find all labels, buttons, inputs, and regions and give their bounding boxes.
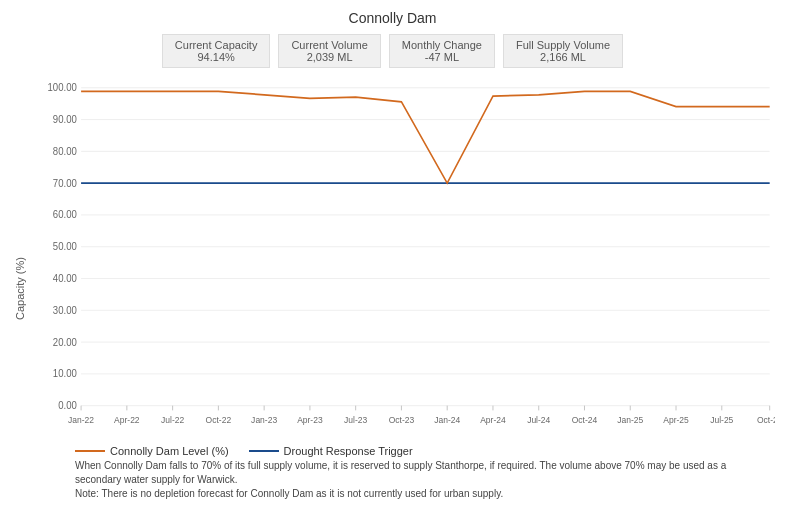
legend-dam-line: [75, 450, 105, 452]
stat-value-1: 2,039 ML: [291, 51, 367, 63]
note-text: When Connolly Dam falls to 70% of its fu…: [30, 459, 775, 501]
svg-text:Jan-23: Jan-23: [251, 415, 277, 425]
stat-monthly-change: Monthly Change -47 ML: [389, 34, 495, 68]
stat-full-supply: Full Supply Volume 2,166 ML: [503, 34, 623, 68]
svg-text:Jul-23: Jul-23: [344, 415, 367, 425]
svg-text:Jan-25: Jan-25: [617, 415, 643, 425]
svg-text:Apr-22: Apr-22: [114, 415, 140, 425]
svg-text:Apr-23: Apr-23: [297, 415, 323, 425]
svg-text:Oct-24: Oct-24: [572, 415, 598, 425]
legend-drought-label: Drought Response Trigger: [284, 445, 413, 457]
svg-text:70.00: 70.00: [53, 177, 77, 189]
page-title: Connolly Dam: [10, 10, 775, 26]
svg-text:Oct-22: Oct-22: [206, 415, 232, 425]
svg-text:Oct-25: Oct-25: [757, 415, 775, 425]
svg-text:Jul-22: Jul-22: [161, 415, 184, 425]
y-axis-label: Capacity (%): [10, 76, 30, 501]
note-content: When Connolly Dam falls to 70% of its fu…: [75, 460, 726, 499]
svg-text:30.00: 30.00: [53, 304, 77, 316]
chart-svg: 100.00 90.00 80.00 70.00 60.00 50.00: [30, 76, 775, 441]
stat-value-2: -47 ML: [402, 51, 482, 63]
svg-text:20.00: 20.00: [53, 336, 77, 348]
stat-label-1: Current Volume: [291, 39, 367, 51]
legend-drought-line: [249, 450, 279, 452]
svg-text:Jul-24: Jul-24: [527, 415, 550, 425]
svg-text:80.00: 80.00: [53, 145, 77, 157]
svg-text:Jan-22: Jan-22: [68, 415, 94, 425]
legend-drought-trigger: Drought Response Trigger: [249, 445, 413, 457]
svg-text:40.00: 40.00: [53, 273, 77, 285]
svg-text:60.00: 60.00: [53, 209, 77, 221]
svg-text:10.00: 10.00: [53, 368, 77, 380]
legend-dam-level: Connolly Dam Level (%): [75, 445, 229, 457]
stat-label-0: Current Capacity: [175, 39, 258, 51]
legend-area: Connolly Dam Level (%) Drought Response …: [30, 441, 775, 459]
svg-text:Jan-24: Jan-24: [434, 415, 460, 425]
svg-text:90.00: 90.00: [53, 114, 77, 126]
svg-text:50.00: 50.00: [53, 241, 77, 253]
stat-label-2: Monthly Change: [402, 39, 482, 51]
legend-dam-label: Connolly Dam Level (%): [110, 445, 229, 457]
svg-text:Apr-24: Apr-24: [480, 415, 506, 425]
chart-svg-area: 100.00 90.00 80.00 70.00 60.00 50.00: [30, 76, 775, 441]
svg-text:Apr-25: Apr-25: [663, 415, 689, 425]
svg-text:Oct-23: Oct-23: [389, 415, 415, 425]
stat-current-capacity: Current Capacity 94.14%: [162, 34, 271, 68]
stat-current-volume: Current Volume 2,039 ML: [278, 34, 380, 68]
stat-value-0: 94.14%: [175, 51, 258, 63]
svg-text:Jul-25: Jul-25: [710, 415, 733, 425]
svg-text:0.00: 0.00: [58, 400, 77, 412]
chart-inner: 100.00 90.00 80.00 70.00 60.00 50.00: [30, 76, 775, 501]
stat-label-3: Full Supply Volume: [516, 39, 610, 51]
chart-area: Capacity (%) 100.00 90.00 80.00: [10, 76, 775, 501]
svg-text:100.00: 100.00: [48, 82, 78, 94]
stats-row: Current Capacity 94.14% Current Volume 2…: [10, 34, 775, 68]
stat-value-3: 2,166 ML: [516, 51, 610, 63]
